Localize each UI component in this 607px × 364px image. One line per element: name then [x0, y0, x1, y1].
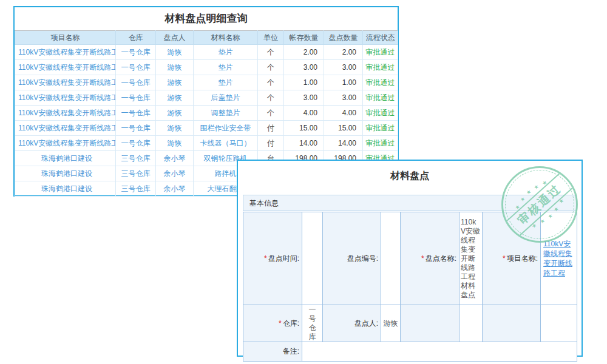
cell-status: 审批通过 — [363, 75, 398, 90]
inventory-name-value: 110kV安徽线程集变开断线路工程材料盘点 — [459, 212, 483, 305]
col-header-status: 流程状态 — [363, 31, 398, 45]
person-label: 盘点人: — [323, 305, 381, 342]
approval-stamp: ★★★★★ 审核通过 ★★★★★ — [501, 166, 578, 243]
cell-unit: 付 — [258, 121, 284, 136]
cell-project: 110kV安徽线程集变开断线路工程 — [15, 45, 116, 60]
cell-person: 游恢 — [156, 106, 194, 121]
cell-book-qty: 14.00 — [284, 136, 324, 151]
cell-project: 110kV安徽线程集变开断线路工程 — [15, 75, 116, 90]
col-header-warehouse: 仓库 — [116, 31, 156, 45]
cell-status: 审批通过 — [363, 136, 398, 151]
col-header-material: 材料名称 — [194, 31, 258, 45]
cell-project: 珠海鹤港口建设 — [15, 166, 116, 181]
cell-warehouse: 三号仓库 — [116, 181, 156, 197]
cell-warehouse: 三号仓库 — [116, 151, 156, 166]
cell-person: 余小琴 — [156, 166, 194, 181]
page: 材料盘点明细查询 项目名称 仓库 盘点人 材料名称 单位 帐存数量 盘点数量 流… — [0, 0, 607, 364]
inventory-name-label: *盘点名称: — [401, 212, 459, 305]
cell-project: 110kV安徽线程集变开断线路工程 — [15, 60, 116, 75]
cell-count-qty: 3.00 — [324, 60, 363, 75]
empty-label-cell — [401, 305, 459, 342]
table-row[interactable]: 110kV安徽线程集变开断线路工程 一号仓库 游恢 垫片 个 2.00 2.00… — [15, 45, 398, 60]
cell-book-qty: 2.00 — [284, 45, 324, 60]
cell-project: 珠海鹤港口建设 — [15, 151, 116, 166]
cell-count-qty: 3.00 — [324, 90, 363, 106]
cell-count-qty: 4.00 — [324, 106, 363, 121]
cell-unit: 个 — [258, 90, 284, 106]
inventory-time-field[interactable] — [302, 212, 323, 305]
cell-warehouse: 一号仓库 — [116, 136, 156, 151]
table-row[interactable]: 110kV安徽线程集变开断线路工程 一号仓库 游恢 围栏作业安全带 付 15.0… — [15, 121, 398, 136]
table-row[interactable]: 110kV安徽线程集变开断线路工程 一号仓库 游恢 调整垫片 个 4.00 4.… — [15, 106, 398, 121]
cell-person: 游恢 — [156, 45, 194, 60]
cell-warehouse: 一号仓库 — [116, 60, 156, 75]
cell-unit: 付 — [258, 136, 284, 151]
cell-warehouse: 一号仓库 — [116, 45, 156, 60]
cell-project: 110kV安徽线程集变开断线路工程 — [15, 136, 116, 151]
table-row[interactable]: 110kV安徽线程集变开断线路工程 一号仓库 游恢 垫片 个 3.00 3.00… — [15, 60, 398, 75]
cell-book-qty: 3.00 — [284, 60, 324, 75]
cell-material: 卡线器（马口） — [194, 136, 258, 151]
required-marker: * — [503, 254, 506, 263]
cell-unit: 个 — [258, 45, 284, 60]
col-header-unit: 单位 — [258, 31, 284, 45]
warehouse-label: *仓库: — [243, 305, 302, 342]
cell-person: 余小琴 — [156, 181, 194, 197]
cell-project: 110kV安徽线程集变开断线路工程 — [15, 90, 116, 106]
remark-label: 备注: — [243, 342, 302, 362]
cell-person: 游恢 — [156, 75, 194, 90]
cell-book-qty: 3.00 — [284, 90, 324, 106]
warehouse-value: 一号仓库 — [302, 305, 323, 342]
person-value: 游恢 — [381, 305, 401, 342]
cell-project: 110kV安徽线程集变开断线路工程 — [15, 121, 116, 136]
remark-field[interactable] — [302, 342, 577, 362]
cell-warehouse: 一号仓库 — [116, 90, 156, 106]
cell-person: 游恢 — [156, 121, 194, 136]
cell-status: 审批通过 — [363, 121, 398, 136]
cell-book-qty: 1.00 — [284, 75, 324, 90]
cell-count-qty: 2.00 — [324, 45, 363, 60]
project-name-link[interactable]: 110kV安徽线程集变开断线路工程 — [541, 239, 577, 278]
cell-material: 后盖垫片 — [194, 90, 258, 106]
empty-value-cell — [459, 305, 483, 342]
cell-project: 珠海鹤港口建设 — [15, 181, 116, 197]
cell-status: 审批通过 — [363, 45, 398, 60]
table-header-row: 项目名称 仓库 盘点人 材料名称 单位 帐存数量 盘点数量 流程状态 — [15, 31, 398, 45]
cell-material: 垫片 — [194, 60, 258, 75]
cell-book-qty: 15.00 — [284, 121, 324, 136]
cell-count-qty: 15.00 — [324, 121, 363, 136]
cell-count-qty: 1.00 — [324, 75, 363, 90]
cell-warehouse: 一号仓库 — [116, 106, 156, 121]
col-header-count-qty: 盘点数量 — [324, 31, 363, 45]
cell-unit: 个 — [258, 60, 284, 75]
required-marker: * — [264, 254, 267, 263]
cell-status: 审批通过 — [363, 106, 398, 121]
cell-status: 审批通过 — [363, 90, 398, 106]
cell-unit: 个 — [258, 75, 284, 90]
cell-warehouse: 一号仓库 — [116, 75, 156, 90]
cell-material: 围栏作业安全带 — [194, 121, 258, 136]
inventory-number-field[interactable] — [381, 212, 401, 305]
cell-material: 垫片 — [194, 75, 258, 90]
cell-unit: 个 — [258, 106, 284, 121]
stamp-rotated-content: ★★★★★ 审核通过 ★★★★★ — [501, 166, 578, 243]
empty-value-cell — [541, 305, 577, 342]
cell-person: 游恢 — [156, 90, 194, 106]
table-row[interactable]: 110kV安徽线程集变开断线路工程 一号仓库 游恢 卡线器（马口） 付 14.0… — [15, 136, 398, 151]
cell-count-qty: 14.00 — [324, 136, 363, 151]
inventory-time-label: *盘点时间: — [243, 212, 302, 305]
col-header-book-qty: 帐存数量 — [284, 31, 324, 45]
cell-status: 审批通过 — [363, 60, 398, 75]
col-header-project: 项目名称 — [15, 31, 116, 45]
cell-book-qty: 4.00 — [284, 106, 324, 121]
cell-person: 游恢 — [156, 60, 194, 75]
cell-material: 垫片 — [194, 45, 258, 60]
empty-label-cell — [483, 305, 541, 342]
cell-person: 游恢 — [156, 136, 194, 151]
cell-warehouse: 三号仓库 — [116, 166, 156, 181]
table-row[interactable]: 110kV安徽线程集变开断线路工程 一号仓库 游恢 垫片 个 1.00 1.00… — [15, 75, 398, 90]
cell-warehouse: 一号仓库 — [116, 121, 156, 136]
query-panel-title: 材料盘点明细查询 — [15, 7, 398, 30]
cell-material: 调整垫片 — [194, 106, 258, 121]
table-row[interactable]: 110kV安徽线程集变开断线路工程 一号仓库 游恢 后盖垫片 个 3.00 3.… — [15, 90, 398, 106]
